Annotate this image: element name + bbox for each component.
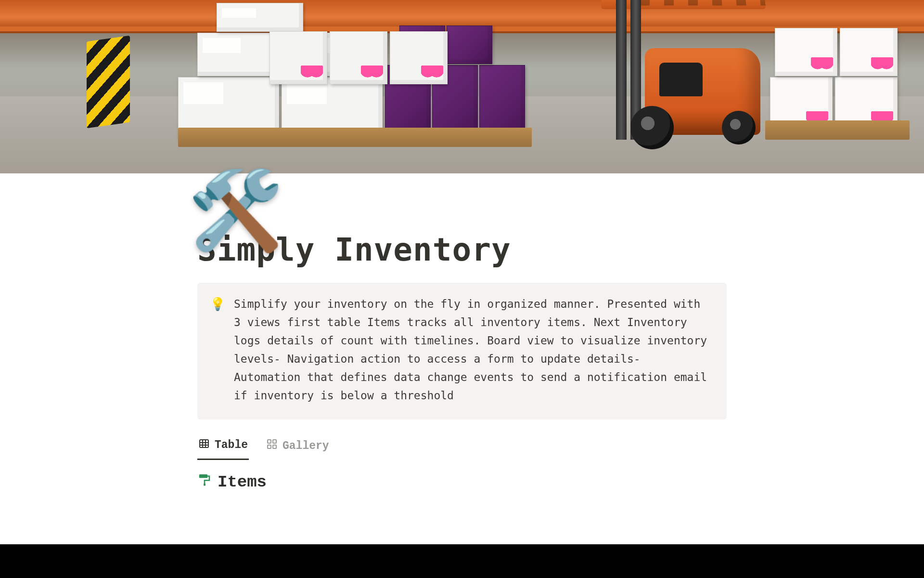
cover-image bbox=[0, 0, 924, 173]
svg-rect-6 bbox=[273, 440, 276, 443]
database-title: Items bbox=[218, 473, 267, 491]
svg-rect-7 bbox=[268, 445, 271, 448]
page-content: 🛠️ Simply Inventory 💡 Simplify your inve… bbox=[168, 231, 756, 511]
tab-label: Gallery bbox=[282, 440, 329, 452]
database-title-row[interactable]: Items bbox=[197, 473, 727, 492]
callout-block[interactable]: 💡 Simplify your inventory on the fly in … bbox=[197, 283, 727, 420]
svg-rect-8 bbox=[273, 445, 276, 448]
gallery-icon bbox=[266, 438, 278, 453]
svg-rect-9 bbox=[199, 474, 208, 478]
svg-rect-5 bbox=[268, 440, 271, 443]
tab-table[interactable]: Table bbox=[197, 434, 249, 460]
tab-label: Table bbox=[215, 439, 248, 451]
callout-text: Simplify your inventory on the fly in or… bbox=[234, 295, 712, 405]
paint-roller-icon bbox=[197, 473, 212, 492]
view-tabs: Table Gallery bbox=[197, 434, 727, 460]
bottom-strip bbox=[0, 544, 924, 578]
lightbulb-icon: 💡 bbox=[210, 295, 225, 405]
svg-rect-0 bbox=[200, 440, 208, 447]
svg-rect-10 bbox=[204, 483, 205, 486]
page-icon[interactable]: 🛠️ bbox=[188, 178, 284, 255]
tab-gallery[interactable]: Gallery bbox=[265, 434, 330, 459]
table-icon bbox=[198, 438, 210, 453]
